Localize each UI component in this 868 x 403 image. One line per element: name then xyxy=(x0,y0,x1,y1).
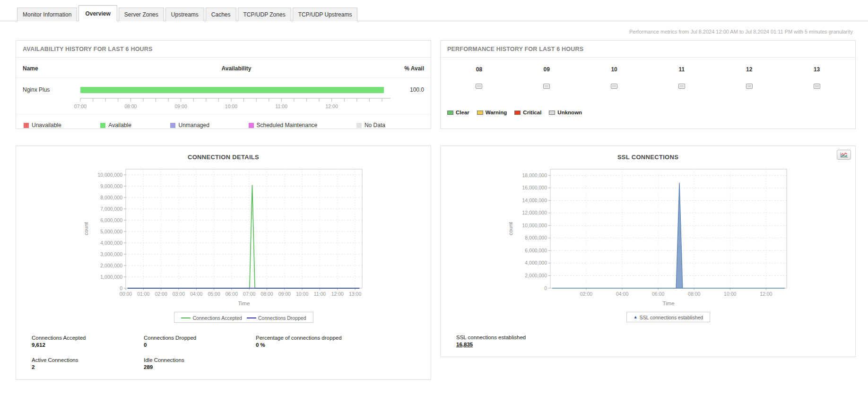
hour-label: 09 xyxy=(513,66,581,73)
stat-label: Idle Connections xyxy=(144,357,256,363)
dashboard-page: Monitor Information Overview Server Zone… xyxy=(0,0,868,403)
svg-text:6,000,000: 6,000,000 xyxy=(100,217,122,223)
legend-label: No Data xyxy=(365,122,385,129)
legend-label: Unknown xyxy=(557,110,582,115)
legend-item-no-data: No Data xyxy=(356,122,385,129)
svg-text:16,000,000: 16,000,000 xyxy=(522,185,547,190)
tab-server-zones[interactable]: Server Zones xyxy=(119,8,164,21)
legend-item-unmanaged: Unmanaged xyxy=(170,122,209,129)
legend-item-warning: Warning xyxy=(477,110,507,115)
tab-upstreams[interactable]: Upstreams xyxy=(165,8,204,21)
chart-legend: Connections AcceptedConnections Dropped xyxy=(174,312,313,323)
available-swatch-icon xyxy=(100,123,105,128)
performance-hour-labels: 08 09 10 11 12 13 xyxy=(441,58,855,73)
metrics-range-note: Performance metrics from Jul 8,2024 12:0… xyxy=(0,29,853,34)
stat-ssl-connections-established: SSL connections established 16,835 xyxy=(456,334,568,347)
ssl-connections-chart[interactable]: 02,000,0004,000,0006,000,0008,000,00010,… xyxy=(441,163,855,311)
performance-legend: Clear Warning Critical Unknown xyxy=(441,91,855,122)
legend-item: Connections Dropped xyxy=(247,315,306,321)
svg-text:05:00: 05:00 xyxy=(208,291,220,297)
availability-bar-cell xyxy=(80,87,392,93)
triangle-marker-icon: ▲ xyxy=(634,315,638,319)
svg-text:01:00: 01:00 xyxy=(137,291,149,297)
svg-text:02:00: 02:00 xyxy=(155,291,167,297)
chart-options-button[interactable] xyxy=(837,150,851,160)
svg-text:10:00: 10:00 xyxy=(295,291,308,297)
hour-label: 11 xyxy=(648,66,715,73)
stat-value: 2 xyxy=(32,364,144,370)
tab-tcpudp-upstreams[interactable]: TCP/UDP Upstreams xyxy=(293,8,358,21)
status-unknown-icon[interactable] xyxy=(476,84,482,89)
col-header-availability: Availability xyxy=(80,65,392,72)
availability-bar[interactable] xyxy=(80,87,384,93)
svg-text:14,000,000: 14,000,000 xyxy=(522,197,547,203)
legend-item-unavailable: Unavailable xyxy=(24,122,61,129)
status-unknown-icon[interactable] xyxy=(543,84,550,89)
stat-label: Connections Dropped xyxy=(144,335,256,341)
unavailable-swatch-icon xyxy=(24,123,29,128)
mini-chart-icon xyxy=(840,152,848,158)
legend-item-unknown: Unknown xyxy=(549,110,582,115)
legend-label: Unmanaged xyxy=(178,122,209,129)
svg-text:12:00: 12:00 xyxy=(331,291,343,297)
tab-bar: Monitor Information Overview Server Zone… xyxy=(0,0,868,21)
ssl-connections-panel: SSL CONNECTIONS 02,000,0004,000,0006,000… xyxy=(440,146,856,357)
svg-text:13:00: 13:00 xyxy=(348,291,361,297)
svg-text:02:00: 02:00 xyxy=(580,291,592,297)
stat-idle-connections: Idle Connections 289 xyxy=(144,357,256,370)
status-unknown-icon[interactable] xyxy=(746,84,753,89)
tab-overview[interactable]: Overview xyxy=(78,5,117,21)
percent-avail-value: 100.0 xyxy=(392,86,424,93)
unmanaged-swatch-icon xyxy=(170,123,175,128)
legend-item-critical: Critical xyxy=(514,110,541,115)
svg-text:4,000,000: 4,000,000 xyxy=(525,260,547,266)
svg-text:6,000,000: 6,000,000 xyxy=(525,248,547,253)
line-swatch-icon xyxy=(181,317,191,318)
tab-caches[interactable]: Caches xyxy=(206,8,236,21)
critical-swatch-icon xyxy=(514,111,521,115)
svg-text:Time: Time xyxy=(238,300,250,306)
status-unknown-icon[interactable] xyxy=(814,84,820,89)
ssl-established-value-link[interactable]: 16,835 xyxy=(456,342,473,347)
legend-label: Clear xyxy=(456,110,469,115)
stat-pct-connections-dropped: Percentage of connections dropped 0 % xyxy=(256,335,421,348)
warning-swatch-icon xyxy=(477,111,483,115)
scheduled-maintenance-swatch-icon xyxy=(249,123,254,128)
legend-item: Connections Accepted xyxy=(181,315,242,321)
stat-value: 9,612 xyxy=(32,342,144,348)
connection-stats: Connections Accepted 9,612 Connections D… xyxy=(16,326,431,379)
stat-label: Percentage of connections dropped xyxy=(256,335,421,341)
availability-history-panel: AVAILABILITY HISTORY FOR LAST 6 HOURS Na… xyxy=(16,40,431,129)
tab-tcpudp-zones[interactable]: TCP/UDP Zones xyxy=(238,8,291,21)
legend-item-scheduled-maintenance: Scheduled Maintenance xyxy=(249,122,318,129)
stat-connections-accepted: Connections Accepted 9,612 xyxy=(32,335,144,348)
stat-value: 289 xyxy=(144,364,256,370)
chart-title: SSL CONNECTIONS xyxy=(441,154,855,161)
svg-text:10,000,000: 10,000,000 xyxy=(522,223,547,228)
connection-details-panel: CONNECTION DETAILS 01,000,0002,000,0003,… xyxy=(16,146,431,380)
svg-text:10:00: 10:00 xyxy=(225,103,237,109)
stat-value: 0 % xyxy=(256,342,421,348)
legend-label: Scheduled Maintenance xyxy=(257,122,318,129)
svg-text:10,000,000: 10,000,000 xyxy=(97,172,122,178)
legend-label: Unavailable xyxy=(32,122,61,129)
svg-text:07:00: 07:00 xyxy=(243,291,255,297)
status-unknown-icon[interactable] xyxy=(678,84,685,89)
svg-text:08:00: 08:00 xyxy=(688,291,700,297)
svg-text:2,000,000: 2,000,000 xyxy=(525,273,547,278)
availability-table-header: Name Availability % Avail xyxy=(16,58,431,78)
status-unknown-icon[interactable] xyxy=(611,84,617,89)
svg-text:Time: Time xyxy=(662,300,674,306)
svg-text:18,000,000: 18,000,000 xyxy=(522,172,547,178)
svg-text:4,000,000: 4,000,000 xyxy=(100,240,122,246)
svg-text:09:00: 09:00 xyxy=(174,103,187,109)
connection-details-chart[interactable]: 01,000,0002,000,0003,000,0004,000,0005,0… xyxy=(16,163,431,311)
tab-monitor-information[interactable]: Monitor Information xyxy=(17,8,77,21)
svg-text:12:00: 12:00 xyxy=(760,291,772,297)
col-header-percent-avail: % Avail xyxy=(392,65,424,72)
svg-text:09:00: 09:00 xyxy=(278,291,290,297)
svg-text:07:00: 07:00 xyxy=(74,103,87,109)
svg-text:0: 0 xyxy=(544,285,547,291)
stat-active-connections: Active Connections 2 xyxy=(32,357,144,370)
svg-text:9,000,000: 9,000,000 xyxy=(100,183,122,189)
